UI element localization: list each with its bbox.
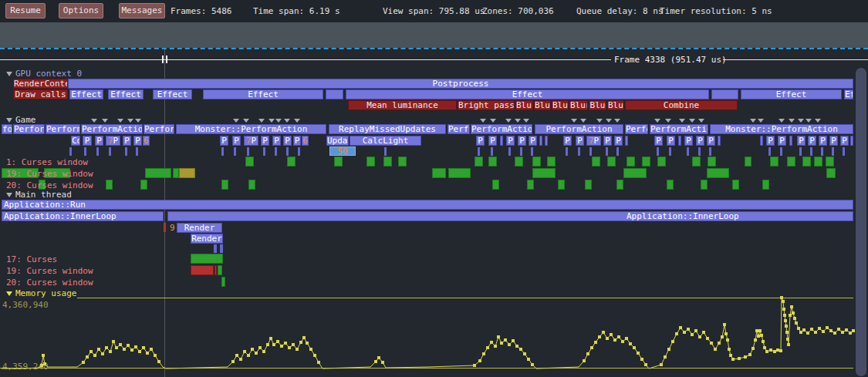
zone-bar[interactable]: [708, 157, 716, 167]
zone-bar[interactable]: [625, 136, 628, 146]
zone-group-marker-icon[interactable]: [269, 119, 275, 123]
zone-bar[interactable]: Monster::PerformAction: [710, 124, 853, 134]
zone-group-marker-icon[interactable]: [798, 119, 804, 123]
zone-bar[interactable]: [532, 168, 556, 178]
zone-bar[interactable]: [475, 157, 483, 167]
zone-group-marker-icon[interactable]: [258, 119, 265, 123]
zone-bar[interactable]: Blur: [552, 100, 569, 110]
zone-bar[interactable]: Application::Run: [2, 200, 853, 210]
zone-tick[interactable]: [657, 147, 659, 156]
zone-bar[interactable]: [607, 157, 616, 167]
zone-bar[interactable]: P: [232, 136, 241, 146]
zone-group-marker-icon[interactable]: [117, 119, 123, 123]
zone-bar[interactable]: P: [797, 136, 806, 146]
zone-bar[interactable]: [850, 136, 853, 146]
zone-tick[interactable]: [843, 147, 845, 156]
zone-bar[interactable]: [707, 168, 729, 178]
frame-split-handle[interactable]: [166, 56, 167, 63]
zone-bar[interactable]: [398, 157, 407, 167]
zone-tick[interactable]: [531, 147, 533, 156]
zone-bar[interactable]: 9: [170, 224, 175, 234]
zone-tick[interactable]: [768, 147, 771, 156]
options-button[interactable]: Options: [59, 3, 103, 19]
zone-group-marker-icon[interactable]: [614, 119, 620, 123]
zone-bar[interactable]: P: [563, 136, 572, 146]
zone-tick[interactable]: [566, 147, 568, 156]
zone-group-marker-icon[interactable]: [515, 119, 521, 123]
thread-label-1-curses-window[interactable]: 1: Curses window: [6, 157, 88, 167]
zone-tick[interactable]: [799, 147, 802, 156]
zone-bar[interactable]: [770, 157, 778, 167]
zone-bar[interactable]: PerformAction: [535, 124, 623, 134]
zone-tick[interactable]: [164, 223, 166, 232]
zone-bar[interactable]: P: [529, 136, 537, 146]
zone-bar[interactable]: Blur: [515, 100, 533, 110]
zone-group-marker-icon[interactable]: [571, 119, 577, 123]
zone-tick[interactable]: [298, 147, 300, 156]
zone-tick[interactable]: [214, 244, 217, 253]
frames-overview[interactable]: [0, 22, 868, 48]
zone-bar[interactable]: Perfo: [448, 124, 470, 134]
zone-bar[interactable]: [432, 168, 446, 178]
zone-bar[interactable]: [221, 180, 228, 190]
zone-bar[interactable]: P: [840, 136, 849, 146]
zone-bar[interactable]: [760, 136, 763, 146]
zone-tick[interactable]: [220, 244, 223, 253]
zone-bar[interactable]: [179, 168, 195, 178]
thread-label-17-curses[interactable]: 17: Curses: [6, 254, 57, 264]
zone-bar[interactable]: Effect: [203, 89, 323, 99]
zone-bar[interactable]: [191, 265, 214, 275]
zone-bar[interactable]: P: [488, 136, 497, 146]
zone-bar[interactable]: Render: [191, 234, 223, 244]
zone-bar[interactable]: P: [696, 136, 704, 146]
zone-tick[interactable]: [275, 147, 277, 156]
section-title-main-thread[interactable]: Main thread: [6, 190, 72, 200]
zone-bar[interactable]: fo: [2, 124, 12, 134]
zone-tick[interactable]: [821, 147, 823, 156]
zone-tick[interactable]: [96, 147, 99, 156]
zone-group-marker-icon[interactable]: [243, 119, 249, 123]
zone-tick[interactable]: [136, 147, 138, 156]
zone-bar[interactable]: [826, 168, 836, 178]
thread-label-19-curses-window[interactable]: 19: Curses window: [6, 266, 93, 276]
zone-tick[interactable]: [491, 147, 493, 156]
zone-bar[interactable]: [500, 136, 503, 146]
zone-bar[interactable]: [732, 180, 739, 190]
thread-label-20-curses-window[interactable]: 20: Curses window: [6, 180, 93, 190]
zone-bar[interactable]: Monster::PerformAction: [176, 124, 326, 134]
zone-tick[interactable]: [669, 147, 671, 156]
zone-bar[interactable]: [106, 180, 113, 190]
zone-bar[interactable]: Application::InnerLoop: [627, 212, 739, 222]
zone-bar[interactable]: [711, 89, 738, 99]
messages-button[interactable]: Messages: [119, 3, 165, 19]
zone-bar[interactable]: P: [778, 136, 786, 146]
zone-bar[interactable]: Update: [326, 136, 349, 146]
zone-bar[interactable]: [539, 136, 542, 146]
zone-tick[interactable]: [698, 147, 701, 156]
zone-bar[interactable]: Perform: [144, 124, 174, 134]
zone-group-marker-icon[interactable]: [275, 119, 282, 123]
zone-tick[interactable]: [234, 147, 236, 156]
zone-bar[interactable]: [245, 157, 254, 167]
zone-bar[interactable]: [592, 157, 600, 167]
zone-bar[interactable]: [678, 136, 681, 146]
zone-group-marker-icon[interactable]: [689, 119, 695, 123]
zone-bar[interactable]: [701, 180, 708, 190]
zone-tick[interactable]: [832, 147, 834, 156]
zone-bar[interactable]: [527, 180, 534, 190]
zone-tick[interactable]: [616, 147, 619, 156]
zone-group-marker-icon[interactable]: [596, 119, 603, 123]
zone-bar[interactable]: 7P: [244, 136, 258, 146]
zone-group-marker-icon[interactable]: [480, 119, 486, 123]
zone-bar[interactable]: [366, 157, 375, 167]
zone-bar[interactable]: [448, 168, 471, 178]
zone-bar[interactable]: RenderConte: [13, 79, 68, 89]
zone-tick[interactable]: [478, 147, 480, 156]
zone-bar[interactable]: PerformAction: [81, 124, 143, 134]
zone-bar[interactable]: Draw calls: [13, 89, 68, 99]
zone-tick[interactable]: [606, 147, 608, 156]
zone-bar[interactable]: [718, 136, 721, 146]
zone-bar[interactable]: P: [220, 136, 228, 146]
zone-tick[interactable]: [221, 147, 224, 156]
zone-bar[interactable]: PerformActio: [471, 124, 532, 134]
